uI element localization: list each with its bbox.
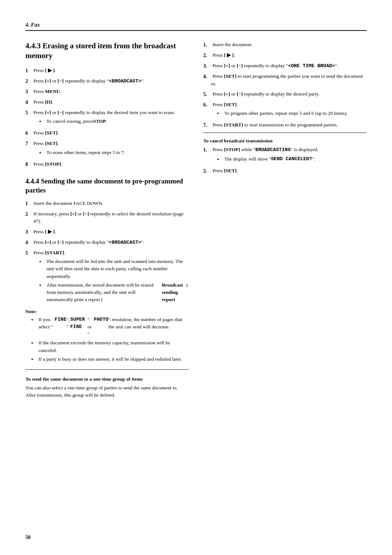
rc-step-num-2: 2. bbox=[203, 52, 211, 59]
step-content-7: Press [SET]. To erase other items, repea… bbox=[33, 140, 189, 158]
cancel-section-title: To cancel broadcast transmission bbox=[203, 138, 367, 144]
section-443: 4.4.3 Erasing a stored item from the bro… bbox=[25, 41, 189, 168]
cancel-step-content-2: Press [SET]. bbox=[211, 167, 367, 175]
rc-step-2: 2. Press [ ▶ ]. bbox=[203, 52, 367, 59]
rc-step-content-7: Press [START] to start transmission to t… bbox=[211, 121, 367, 129]
step-content-2: Press [+] or [−] repeatedly to display "… bbox=[33, 77, 189, 85]
rc-key-minus-1: [−] bbox=[237, 63, 243, 68]
cancel-step-2: 2. Press [SET]. bbox=[203, 167, 367, 175]
step-7-bullets: To erase other items, repeat steps 5 to … bbox=[39, 149, 189, 156]
rc-step-num-7: 7. bbox=[203, 121, 211, 129]
cancel-step-1-bullets: The display will show "SEND CANCELED?". bbox=[217, 155, 367, 163]
cancel-step-content-1: Press [STOP] while "BROADCASTING" is dis… bbox=[211, 146, 367, 164]
photo-label: PHOTO bbox=[94, 316, 109, 323]
cancel-step-num-1: 1. bbox=[203, 146, 211, 164]
444-step-5-bullet-2: After transmission, the stored document … bbox=[39, 281, 189, 304]
key-arrow-right-2: [ ▶ ] bbox=[45, 229, 55, 234]
note-bullet-3: If a party is busy or does not answer, i… bbox=[31, 356, 189, 363]
rc-step-1: 1. Insert the document. bbox=[203, 41, 367, 49]
rc-step-num-6: 6. bbox=[203, 101, 211, 119]
cancel-steps: 1. Press [STOP] while "BROADCASTING" is … bbox=[203, 146, 367, 175]
key-arrow-right-1: [ ▶ ] bbox=[45, 68, 55, 73]
cancel-key-stop: [STOP] bbox=[224, 147, 240, 152]
cancel-step-1: 1. Press [STOP] while "BROADCASTING" is … bbox=[203, 146, 367, 164]
rc-step-content-1: Insert the document. bbox=[211, 41, 367, 49]
section-444-title: 4.4.4 Sending the same document to pre-p… bbox=[25, 177, 189, 195]
444-step-4: 4 Press [+] or [−] repeatedly to display… bbox=[25, 239, 189, 246]
rc-step-6-bullet-1: To program other parties, repeat steps 5… bbox=[217, 110, 367, 117]
page-header: 4. Fax bbox=[25, 22, 367, 31]
key-plus-1: [+] bbox=[45, 78, 51, 84]
444-step-5-bullets: The document will be fed into the unit a… bbox=[39, 258, 189, 304]
step-num-1: 1 bbox=[25, 67, 33, 74]
cancel-step-num-2: 2. bbox=[203, 167, 211, 175]
444-step-3: 3 Press [ ▶ ]. bbox=[25, 228, 189, 236]
broadcast-report-label: Broadcast sending report bbox=[162, 281, 186, 304]
section-443-title: 4.4.3 Erasing a stored item from the bro… bbox=[25, 41, 189, 61]
section-444: 4.4.4 Sending the same document to pre-p… bbox=[25, 177, 189, 399]
444-step-num-4: 4 bbox=[25, 239, 33, 246]
rc-step-content-5: Press [+] or [−] repeatedly to display t… bbox=[211, 90, 367, 98]
rc-step-content-2: Press [ ▶ ]. bbox=[211, 52, 367, 59]
step-content-4: Press [Π]. bbox=[33, 98, 189, 106]
cancel-key-set: [SET] bbox=[224, 168, 237, 173]
step-7: 7 Press [SET]. To erase other items, rep… bbox=[25, 140, 189, 158]
rc-key-start: [START] bbox=[224, 122, 243, 127]
display-onetimebroad: <ONE TIME BROAD> bbox=[288, 63, 335, 69]
step-num-2: 2 bbox=[25, 77, 33, 85]
step-content-3: Press MENU. bbox=[33, 88, 189, 96]
step-1: 1 Press [ ▶ ]. bbox=[25, 67, 189, 74]
display-send-canceled: SEND CANCELED? bbox=[271, 155, 312, 163]
onetimegroup-section: To send the same document to a one-time … bbox=[25, 376, 189, 399]
444-step-num-1: 1 bbox=[25, 200, 33, 207]
step-num-7: 7 bbox=[25, 140, 33, 158]
step-content-6: Press [SET]. bbox=[33, 129, 189, 137]
divider-1 bbox=[25, 369, 189, 370]
super-fine-label: SUPER FINE bbox=[70, 316, 87, 331]
444-step-content-2: If necessary, press [+] or [−] repeatedl… bbox=[33, 210, 189, 225]
key-plus-2: [+] bbox=[45, 110, 51, 115]
note-bullet-1: If you select "FINE", "SUPER FINE" or "P… bbox=[31, 316, 189, 338]
key-minus-1: [−] bbox=[58, 78, 64, 84]
note-section: Note: If you select "FINE", "SUPER FINE"… bbox=[25, 309, 189, 363]
note-bullets: If you select "FINE", "SUPER FINE" or "P… bbox=[31, 316, 189, 363]
step-5-bullet-1: To cancel erasing, press STOP. bbox=[39, 118, 189, 125]
444-step-1: 1 Insert the document FACE DOWN. bbox=[25, 200, 189, 207]
rc-step-6: 6. Press [SET]. To program other parties… bbox=[203, 101, 367, 119]
step-num-5: 5 bbox=[25, 109, 33, 127]
step-3: 3 Press MENU. bbox=[25, 88, 189, 96]
key-stop-1: STOP bbox=[93, 118, 106, 125]
key-stop-2: [STOP] bbox=[45, 161, 61, 167]
cancel-step-1-bullet-1: The display will show "SEND CANCELED?". bbox=[217, 155, 367, 163]
444-step-content-5: Press [START]. The document will be fed … bbox=[33, 249, 189, 305]
444-step-5-bullet-1: The document will be fed into the unit a… bbox=[39, 258, 189, 280]
key-menu: MENU bbox=[45, 89, 60, 94]
rc-step-num-1: 1. bbox=[203, 41, 211, 49]
rc-step-3: 3. Press [+] or [−] repeatedly to displa… bbox=[203, 62, 367, 70]
right-column: 1. Insert the document. 2. Press [ ▶ ]. … bbox=[203, 41, 367, 402]
step-4: 4 Press [Π]. bbox=[25, 98, 189, 106]
rc-step-num-4: 4. bbox=[203, 73, 211, 88]
rc-step-num-3: 3. bbox=[203, 62, 211, 70]
step-5: 5 Press [+] or [−] repeatedly to display… bbox=[25, 109, 189, 127]
note-bullet-2: If the document exceeds the memory capac… bbox=[31, 339, 189, 354]
left-column: 4.4.3 Erasing a stored item from the bro… bbox=[25, 41, 189, 402]
step-2: 2 Press [+] or [−] repeatedly to display… bbox=[25, 77, 189, 85]
fine-label: FINE bbox=[55, 316, 66, 323]
rc-step-5: 5. Press [+] or [−] repeatedly to displa… bbox=[203, 90, 367, 98]
444-step-num-3: 3 bbox=[25, 228, 33, 236]
444-step-content-1: Insert the document FACE DOWN. bbox=[33, 200, 189, 207]
444-step-content-3: Press [ ▶ ]. bbox=[33, 228, 189, 236]
rc-key-set-1: [SET] bbox=[224, 73, 237, 79]
page-header-title: 4. Fax bbox=[25, 22, 40, 28]
step-num-6: 6 bbox=[25, 129, 33, 137]
rc-key-arrow: [ ▶ ] bbox=[224, 52, 234, 58]
step-8: 8 Press [STOP]. bbox=[25, 161, 189, 168]
step-7-bullet-1: To erase other items, repeat steps 5 to … bbox=[39, 149, 189, 156]
rc-step-content-6: Press [SET]. To program other parties, r… bbox=[211, 101, 367, 119]
step-content-8: Press [STOP]. bbox=[33, 161, 189, 168]
rc-step-6-bullets: To program other parties, repeat steps 5… bbox=[217, 110, 367, 117]
section-443-steps: 1 Press [ ▶ ]. 2 Press [+] or [−] repeat… bbox=[25, 67, 189, 168]
step-num-3: 3 bbox=[25, 88, 33, 96]
rc-step-4: 4. Press [SET] to start programming the … bbox=[203, 73, 367, 88]
